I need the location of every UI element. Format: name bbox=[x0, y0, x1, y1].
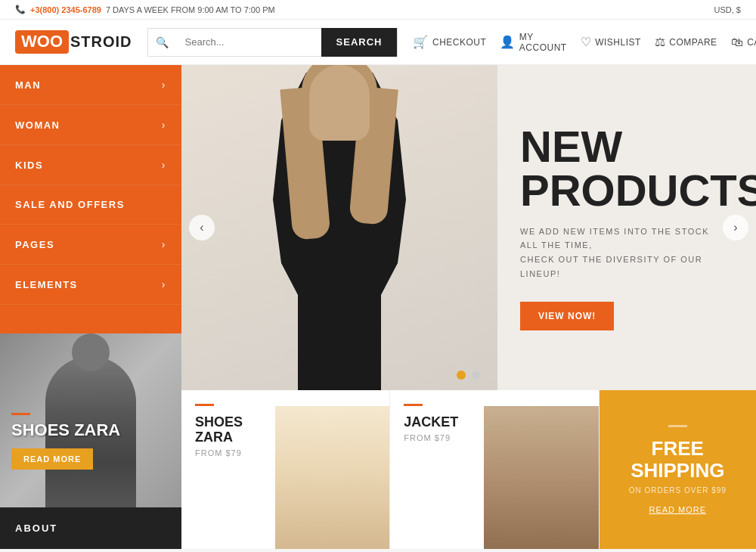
jacket-visual bbox=[484, 406, 598, 549]
bottom-cards: SHOESZARA FROM $79 JACKET FROM $79 FREES… bbox=[181, 390, 756, 549]
sidebar-item-man-label: MAN bbox=[15, 79, 41, 91]
card-shoes-accent bbox=[195, 404, 214, 406]
my-account-label: MY ACCOUNT bbox=[519, 32, 567, 53]
checkout-icon: 🛒 bbox=[413, 35, 429, 49]
chevron-right-icon: › bbox=[162, 119, 166, 131]
compare-link[interactable]: ⚖ COMPARE bbox=[655, 35, 717, 49]
heart-icon: ♡ bbox=[581, 35, 592, 49]
currency-selector[interactable]: USD, $ bbox=[714, 5, 741, 14]
model-head bbox=[309, 65, 370, 141]
slider-prev-button[interactable]: ‹ bbox=[189, 215, 215, 240]
card-jacket-image bbox=[484, 406, 598, 549]
hero-slider: NEW PRODUCTS WE ADD NEW ITEMS INTO THE S… bbox=[181, 65, 756, 390]
hero-model-figure bbox=[234, 73, 445, 390]
promo-title: SHOES ZARA bbox=[11, 421, 170, 439]
header: WOO STROID 🔍 SEARCH 🛒 CHECKOUT 👤 MY ACCO… bbox=[0, 20, 756, 65]
sidebar-item-kids[interactable]: KIDS › bbox=[0, 145, 181, 185]
sidebar-item-elements[interactable]: ELEMENTS › bbox=[0, 265, 181, 305]
account-icon: 👤 bbox=[500, 35, 516, 49]
hero-description: WE ADD NEW ITEMS INTO THE STOCK ALL THE … bbox=[520, 225, 726, 281]
slider-dots bbox=[457, 371, 481, 380]
slider-dot-2[interactable] bbox=[472, 371, 481, 380]
top-bar-left: 📞 +3(800) 2345-6789 7 DAYS A WEEK FROM 9… bbox=[15, 5, 275, 14]
hero-image bbox=[181, 65, 497, 390]
chevron-right-icon: › bbox=[162, 238, 166, 250]
logo[interactable]: WOO STROID bbox=[15, 30, 132, 53]
cart-link[interactable]: 🛍 CART 0 bbox=[731, 35, 756, 50]
hero-cta-button[interactable]: VIEW NOW! bbox=[520, 302, 614, 330]
sidebar-item-sale-label: SALE AND OFFERS bbox=[15, 199, 125, 210]
card-shoes: SHOESZARA FROM $79 bbox=[181, 390, 390, 549]
chevron-right-icon: › bbox=[162, 278, 166, 290]
sidebar-menu: MAN › WOMAN › KIDS › SALE AND OFFERS PAG… bbox=[0, 65, 181, 333]
promo-read-more-button[interactable]: READ MORE bbox=[11, 448, 93, 470]
sidebar-item-elements-label: ELEMENTS bbox=[15, 279, 78, 290]
sidebar-item-woman-label: WOMAN bbox=[15, 119, 60, 131]
sidebar-promo: SHOES ZARA READ MORE bbox=[0, 333, 181, 507]
content-area: NEW PRODUCTS WE ADD NEW ITEMS INTO THE S… bbox=[181, 65, 756, 549]
card-jacket: JACKET FROM $79 bbox=[390, 390, 599, 549]
sidebar-about[interactable]: ABOUT bbox=[0, 507, 181, 549]
compare-icon: ⚖ bbox=[655, 35, 666, 49]
checkout-link[interactable]: 🛒 CHECKOUT bbox=[413, 35, 486, 49]
sidebar-item-man[interactable]: MAN › bbox=[0, 65, 181, 105]
free-shipping-link[interactable]: READ MORE bbox=[649, 505, 706, 514]
promo-accent-bar bbox=[11, 413, 30, 415]
wishlist-link[interactable]: ♡ WISHLIST bbox=[581, 35, 641, 49]
compare-label: COMPARE bbox=[669, 37, 717, 48]
free-shipping-accent bbox=[668, 425, 687, 427]
chevron-right-icon: › bbox=[162, 159, 166, 171]
header-nav: 🛒 CHECKOUT 👤 MY ACCOUNT ♡ WISHLIST ⚖ COM… bbox=[413, 32, 756, 53]
slider-dot-1[interactable] bbox=[457, 371, 466, 380]
sidebar-item-sale[interactable]: SALE AND OFFERS bbox=[0, 185, 181, 225]
phone-number: +3(800) 2345-6789 bbox=[30, 5, 101, 14]
card-free-shipping: FREESHIPPING ON ORDERS OVER $99 READ MOR… bbox=[600, 390, 756, 549]
sidebar-item-pages[interactable]: PAGES › bbox=[0, 225, 181, 265]
cart-label: CART bbox=[747, 37, 756, 48]
search-bar-icon: 🔍 bbox=[148, 36, 176, 48]
promo-content: SHOES ZARA READ MORE bbox=[11, 413, 170, 470]
hours-text: 7 DAYS A WEEK FROM 9:00 AM TO 7:00 PM bbox=[106, 5, 275, 14]
sidebar-item-kids-label: KIDS bbox=[15, 160, 43, 171]
free-shipping-title: FREESHIPPING bbox=[631, 438, 724, 481]
free-shipping-subtitle: ON ORDERS OVER $99 bbox=[629, 486, 727, 495]
sidebar-item-woman[interactable]: WOMAN › bbox=[0, 105, 181, 145]
search-button[interactable]: SEARCH bbox=[321, 28, 398, 57]
top-bar: 📞 +3(800) 2345-6789 7 DAYS A WEEK FROM 9… bbox=[0, 0, 756, 20]
cart-icon: 🛍 bbox=[731, 36, 744, 49]
search-input[interactable] bbox=[176, 36, 321, 48]
main-layout: MAN › WOMAN › KIDS › SALE AND OFFERS PAG… bbox=[0, 65, 756, 549]
sidebar: MAN › WOMAN › KIDS › SALE AND OFFERS PAG… bbox=[0, 65, 181, 549]
card-shoes-image bbox=[275, 406, 389, 549]
phone-icon: 📞 bbox=[15, 5, 26, 14]
hero-title: NEW PRODUCTS bbox=[520, 125, 726, 212]
wishlist-label: WISHLIST bbox=[595, 37, 641, 48]
search-bar: 🔍 SEARCH bbox=[147, 28, 398, 57]
shoes-visual bbox=[275, 406, 389, 549]
logo-stroid: STROID bbox=[70, 33, 132, 51]
sidebar-item-pages-label: PAGES bbox=[15, 239, 54, 250]
logo-woo: WOO bbox=[15, 30, 69, 53]
card-jacket-accent bbox=[404, 404, 423, 406]
chevron-right-icon: › bbox=[162, 79, 166, 91]
my-account-link[interactable]: 👤 MY ACCOUNT bbox=[500, 32, 566, 53]
checkout-label: CHECKOUT bbox=[432, 37, 486, 48]
hero-text: NEW PRODUCTS WE ADD NEW ITEMS INTO THE S… bbox=[497, 65, 756, 390]
slider-next-button[interactable]: › bbox=[723, 215, 748, 240]
about-label: ABOUT bbox=[15, 523, 57, 534]
